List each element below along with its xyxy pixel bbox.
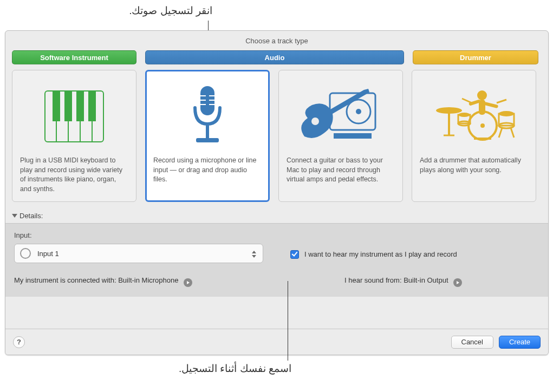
- output-prefix: I hear sound from:: [344, 276, 404, 284]
- card-drummer[interactable]: Add a drummer that automatically plays a…: [412, 70, 536, 202]
- guitar-icon: [287, 77, 395, 156]
- monitor-checkbox[interactable]: [290, 250, 299, 259]
- svg-rect-6: [64, 91, 72, 121]
- track-type-tabs: Software Instrument Audio Drummer: [5, 50, 548, 64]
- svg-rect-26: [484, 102, 499, 108]
- details-label: Details:: [19, 212, 43, 220]
- connection-value: Built-in Microphone: [118, 276, 178, 284]
- card-audio-microphone[interactable]: Record using a microphone or line input …: [145, 70, 270, 202]
- card-description: Record using a microphone or line input …: [153, 156, 262, 195]
- microphone-icon: [153, 77, 262, 156]
- input-label: Input:: [14, 231, 279, 239]
- dialog-title: Choose a track type: [5, 31, 548, 50]
- callout-line: [288, 281, 288, 361]
- track-type-cards: Plug in a USB MIDI keyboard to play and …: [5, 64, 548, 210]
- card-description: Connect a guitar or bass to your Mac to …: [287, 156, 395, 195]
- callout-top: انقر لتسجيل صوتك.: [88, 4, 212, 17]
- connection-prefix: My instrument is connected with:: [14, 276, 118, 284]
- callout-bottom: اسمع نفسك أثناء التسجيل.: [102, 362, 291, 375]
- input-select-value: Input 1: [37, 250, 59, 258]
- card-description: Plug in a USB MIDI keyboard to play and …: [20, 156, 128, 195]
- svg-line-27: [462, 99, 472, 103]
- dialog-footer: ? Cancel Create: [5, 329, 548, 355]
- svg-line-38: [499, 128, 502, 138]
- drummer-icon: [420, 77, 528, 156]
- svg-rect-7: [76, 91, 84, 121]
- cancel-button[interactable]: Cancel: [451, 336, 493, 349]
- svg-point-33: [480, 123, 485, 128]
- svg-rect-21: [334, 133, 372, 139]
- output-value: Built-in Output: [404, 276, 448, 284]
- arrow-right-icon[interactable]: [184, 278, 192, 287]
- updown-icon: [250, 246, 258, 262]
- svg-rect-10: [206, 124, 209, 138]
- svg-rect-5: [53, 91, 60, 121]
- help-button[interactable]: ?: [13, 336, 25, 348]
- svg-point-22: [311, 117, 319, 125]
- monitor-label: I want to hear my instrument as I play a…: [304, 250, 457, 258]
- tab-audio[interactable]: Audio: [145, 50, 404, 64]
- card-software-instrument[interactable]: Plug in a USB MIDI keyboard to play and …: [12, 70, 136, 202]
- input-select[interactable]: Input 1: [14, 244, 263, 263]
- input-channel-icon: [20, 248, 31, 259]
- svg-point-23: [477, 90, 487, 100]
- svg-rect-11: [196, 138, 219, 142]
- card-audio-guitar[interactable]: Connect a guitar or bass to your Mac to …: [278, 70, 403, 202]
- svg-rect-8: [88, 91, 96, 121]
- details-panel: Input: Input 1 I want to hear my instrum…: [5, 224, 548, 297]
- arrow-right-icon[interactable]: [453, 278, 462, 287]
- svg-line-28: [497, 100, 506, 103]
- create-button[interactable]: Create: [499, 336, 541, 349]
- keyboard-icon: [20, 77, 128, 156]
- track-type-dialog: Choose a track type Software Instrument …: [5, 30, 549, 355]
- details-toggle[interactable]: Details:: [5, 210, 548, 223]
- svg-point-20: [356, 109, 361, 114]
- tab-drummer[interactable]: Drummer: [413, 50, 538, 64]
- card-description: Add a drummer that automatically plays a…: [420, 156, 528, 195]
- triangle-down-icon: [12, 214, 17, 218]
- svg-line-39: [511, 128, 514, 138]
- svg-rect-30: [448, 113, 450, 135]
- tab-software-instrument[interactable]: Software Instrument: [12, 50, 136, 64]
